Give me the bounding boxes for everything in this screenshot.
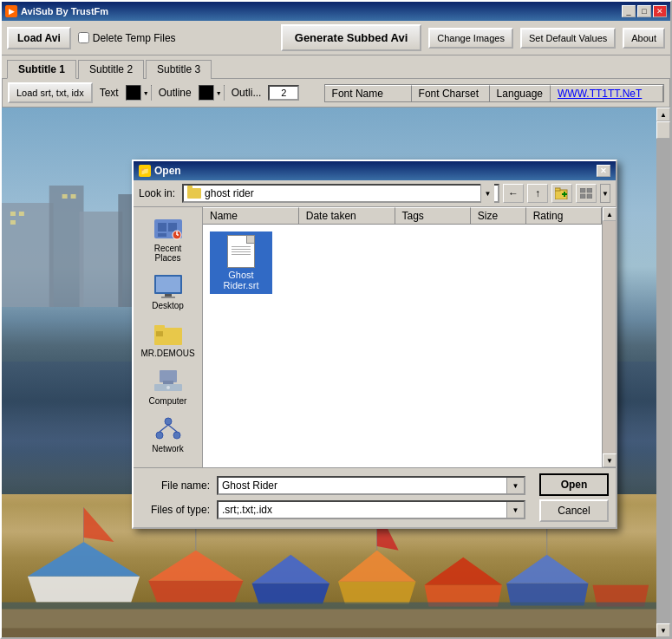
title-bar: ▶ AviSub By TrustFm _ □ ✕ (2, 2, 670, 21)
col-date[interactable]: Date taken (299, 207, 395, 224)
outline-color-swatch[interactable]: ▼ (199, 85, 225, 101)
look-in-dropdown-arrow[interactable]: ▼ (480, 184, 494, 203)
col-rating[interactable]: Rating (526, 207, 602, 224)
dialog-scroll-up[interactable]: ▲ (603, 207, 617, 221)
svg-rect-17 (62, 194, 68, 199)
col-name[interactable]: Name (203, 207, 299, 224)
about-button[interactable]: About (623, 28, 665, 49)
svg-rect-61 (156, 277, 180, 292)
recent-places-label: Recent Places (143, 244, 193, 263)
svg-rect-69 (163, 381, 173, 384)
files-type-input[interactable] (219, 502, 506, 518)
file-column-headers: Name Date taken Tags Size Rating (203, 207, 602, 225)
dialog-toolbar: Look in: ghost rider ▼ ← ↑ (134, 180, 616, 207)
dialog-action-buttons: Open Cancel (539, 473, 609, 522)
view-dropdown-arrow[interactable]: ▼ (600, 184, 610, 203)
delete-temp-checkbox[interactable] (78, 32, 89, 43)
col-font-name[interactable]: Font Name (325, 85, 412, 101)
file-doc-icon (227, 235, 255, 268)
window-controls: _ □ ✕ (622, 5, 667, 17)
svg-rect-15 (19, 212, 24, 216)
file-name-label: File name: (140, 479, 210, 492)
svg-rect-2 (80, 212, 123, 307)
svg-rect-54 (158, 223, 166, 231)
file-name-dropdown[interactable]: ▼ (506, 478, 524, 493)
dialog-icon: 📁 (139, 165, 151, 177)
open-button[interactable]: Open (539, 473, 609, 496)
maximize-button[interactable]: □ (637, 5, 651, 17)
dialog-scroll-track (603, 221, 616, 453)
sub-toolbar: Load srt, txt, idx Text ▼ Outline ▼ Outl… (2, 78, 670, 108)
nav-back-button[interactable]: ← (503, 184, 524, 203)
tab-subtitle1[interactable]: Subtitle 1 (7, 60, 76, 79)
file-item-ghost-rider[interactable]: GhostRider.srt (210, 231, 272, 294)
dialog-close-button[interactable]: ✕ (597, 165, 610, 177)
generate-button[interactable]: Generate Subbed Avi (281, 24, 422, 51)
svg-rect-49 (580, 188, 585, 192)
text-color-arrow[interactable]: ▼ (140, 85, 151, 101)
col-language[interactable]: Language (490, 85, 551, 101)
look-in-combo[interactable]: ghost rider ▼ (182, 184, 499, 203)
dialog-scrollbar: ▲ ▼ (602, 207, 616, 467)
mr-demous-item[interactable]: MR.DEMOUS (138, 317, 199, 362)
view-button[interactable] (576, 184, 597, 203)
left-panel: Recent Places Desktop (134, 207, 203, 467)
computer-item[interactable]: Computer (138, 365, 199, 409)
svg-rect-46 (555, 188, 560, 191)
set-default-button[interactable]: Set Default Values (520, 28, 616, 49)
dialog-body: Recent Places Desktop (134, 207, 616, 467)
load-srt-button[interactable]: Load srt, txt, idx (8, 82, 93, 103)
outline-color-arrow[interactable]: ▼ (213, 85, 224, 101)
recent-places-item[interactable]: Recent Places (138, 212, 199, 266)
file-name-input[interactable] (219, 478, 506, 493)
outline-spinbox[interactable] (268, 85, 299, 101)
network-label: Network (152, 444, 184, 453)
nav-up-button[interactable]: ↑ (527, 184, 548, 203)
main-toolbar: Load Avi Delete Temp Files Generate Subb… (2, 21, 670, 55)
dialog-scroll-down[interactable]: ▼ (603, 453, 617, 467)
svg-rect-67 (160, 370, 177, 382)
desktop-item[interactable]: Desktop (138, 270, 199, 314)
files-type-dropdown[interactable]: ▼ (506, 502, 524, 518)
tab-subtitle3[interactable]: Subtitle 3 (146, 60, 212, 79)
scroll-up-btn[interactable]: ▲ (656, 108, 670, 121)
col-font-charset[interactable]: Font Charset (412, 85, 490, 101)
main-scrollbar: ▲ ▼ (656, 108, 670, 637)
svg-rect-0 (2, 203, 54, 307)
outline-color-preview (199, 86, 213, 100)
files-type-combo[interactable]: ▼ (217, 500, 525, 519)
outline-spin-input[interactable] (270, 87, 297, 99)
look-in-value: ghost rider (205, 187, 477, 199)
cancel-button[interactable]: Cancel (539, 499, 609, 522)
svg-marker-32 (338, 582, 416, 604)
new-folder-button[interactable] (551, 184, 572, 203)
minimize-button[interactable]: _ (622, 5, 636, 17)
svg-marker-30 (252, 584, 330, 604)
text-color-swatch[interactable]: ▼ (126, 85, 152, 101)
close-button[interactable]: ✕ (653, 5, 667, 17)
svg-marker-31 (252, 555, 330, 584)
dialog-window: 📁 Open ✕ Look in: ghost rider ▼ ← ↑ (132, 160, 617, 529)
col-size[interactable]: Size (471, 207, 526, 224)
svg-rect-51 (580, 194, 585, 199)
svg-rect-56 (158, 233, 166, 237)
delete-temp-checkbox-label: Delete Temp Files (78, 32, 176, 44)
tab-subtitle2[interactable]: Subtitle 2 (78, 60, 144, 79)
dialog-title-bar: 📁 Open ✕ (134, 161, 616, 180)
folder-icon (187, 188, 201, 199)
scroll-down-btn[interactable]: ▼ (656, 623, 670, 637)
col-tags[interactable]: Tags (395, 207, 471, 224)
file-name-row: File name: ▼ (140, 476, 525, 495)
svg-marker-23 (28, 577, 140, 603)
svg-rect-14 (10, 212, 16, 216)
network-item[interactable]: Network (138, 413, 199, 457)
change-images-button[interactable]: Change Images (428, 28, 513, 49)
window-title: AviSub By TrustFm (21, 6, 108, 16)
computer-label: Computer (149, 396, 187, 406)
scroll-thumb[interactable] (656, 121, 670, 139)
svg-marker-24 (28, 542, 140, 577)
svg-marker-37 (424, 557, 502, 585)
svg-rect-44 (2, 628, 670, 636)
file-name-combo[interactable]: ▼ (217, 476, 525, 495)
load-avi-button[interactable]: Load Avi (7, 27, 71, 49)
